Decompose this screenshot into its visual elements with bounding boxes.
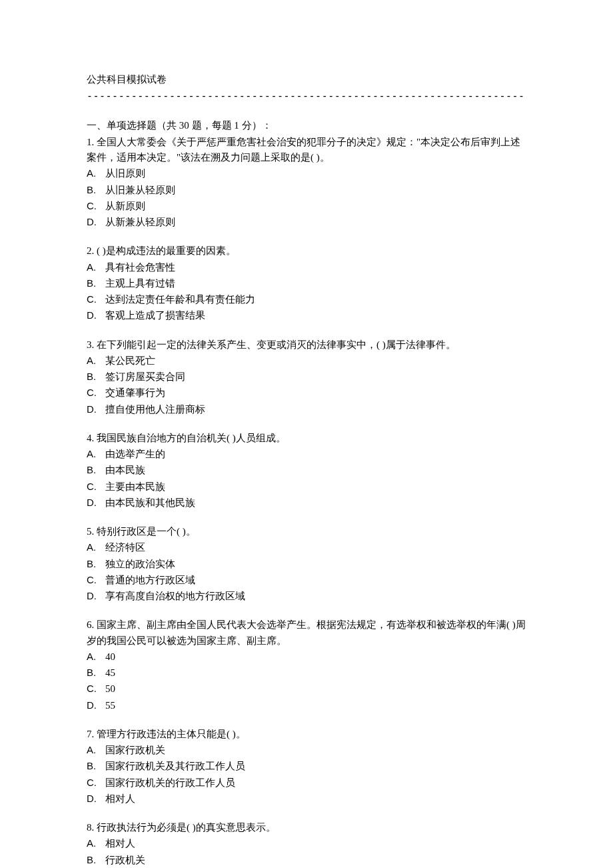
option-text: 国家行政机关的行政工作人员 (105, 777, 235, 788)
option-text: 由本民族 (105, 465, 145, 475)
question: 7. 管理方行政违法的主体只能是( )。A.国家行政机关B.国家行政机关及其行政… (87, 727, 526, 807)
option-label: A. (87, 165, 105, 181)
question-text: 3. 在下列能引起一定的法律关系产生、变更或消灭的法律事实中，( )属于法律事件… (87, 337, 526, 353)
option-label: B. (87, 852, 105, 867)
option: B.从旧兼从轻原则 (87, 182, 526, 198)
option: D.55 (87, 697, 526, 713)
option: C.国家行政机关的行政工作人员 (87, 775, 526, 791)
option-text: 40 (105, 651, 115, 662)
option: C.主要由本民族 (87, 479, 526, 495)
option-label: A. (87, 446, 105, 461)
option-text: 50 (105, 683, 115, 694)
option: D.擅自使用他人注册商标 (87, 401, 526, 417)
option-text: 45 (105, 667, 115, 678)
option-label: A. (87, 259, 105, 275)
option-label: B. (87, 369, 105, 384)
option-label: D. (87, 588, 105, 603)
option-text: 相对人 (105, 793, 135, 804)
option: C.普通的地方行政区域 (87, 572, 526, 588)
question-text: 4. 我国民族自治地方的自治机关( )人员组成。 (87, 431, 526, 446)
option-text: 由选举产生的 (105, 449, 165, 459)
option-label: B. (87, 556, 105, 571)
option-label: D. (87, 697, 105, 713)
question-text: 2. ( )是构成违法的最重要的因素。 (87, 243, 526, 259)
option-label: C. (87, 479, 105, 494)
option-text: 签订房屋买卖合同 (105, 371, 185, 382)
option-text: 享有高度自治权的地方行政区域 (105, 591, 245, 601)
option-text: 主要由本民族 (105, 481, 165, 492)
question: 6. 国家主席、副主席由全国人民代表大会选举产生。根据宪法规定，有选举权和被选举… (87, 617, 526, 713)
option-label: B. (87, 182, 105, 197)
document-title: 公共科目模拟试卷 (87, 72, 526, 87)
option-label: B. (87, 275, 105, 291)
option-text: 从旧原则 (105, 168, 145, 179)
option: B.由本民族 (87, 462, 526, 478)
section-heading: 一、单项选择题（共 30 题，每题 1 分）： (87, 118, 526, 133)
option-text: 从旧兼从轻原则 (105, 185, 175, 195)
option: A.具有社会危害性 (87, 259, 526, 275)
option: A.40 (87, 649, 526, 665)
option-text: 国家行政机关 (105, 745, 165, 755)
option: A.由选举产生的 (87, 446, 526, 462)
question-text: 8. 行政执法行为必须是( )的真实意思表示。 (87, 820, 526, 835)
option-label: A. (87, 835, 105, 851)
option-label: C. (87, 572, 105, 587)
option-text: 由本民族和其他民族 (105, 497, 195, 508)
option-label: D. (87, 401, 105, 417)
option-text: 交通肇事行为 (105, 387, 165, 398)
option-label: A. (87, 539, 105, 555)
option-text: 55 (105, 700, 115, 711)
option-label: D. (87, 791, 105, 806)
option-text: 相对人 (105, 838, 135, 849)
option-label: C. (87, 681, 105, 696)
option: B.行政机关 (87, 852, 526, 868)
header-divider: ----------------------------------------… (87, 89, 526, 104)
question-text: 5. 特别行政区是一个( )。 (87, 524, 526, 539)
question: 4. 我国民族自治地方的自治机关( )人员组成。A.由选举产生的B.由本民族C.… (87, 431, 526, 511)
option-label: B. (87, 462, 105, 477)
option: A.国家行政机关 (87, 742, 526, 758)
option-text: 具有社会危害性 (105, 262, 175, 273)
option: B.签订房屋买卖合同 (87, 369, 526, 385)
option: B.独立的政治实体 (87, 556, 526, 572)
option: C.交通肇事行为 (87, 385, 526, 401)
option-text: 客观上造成了损害结果 (105, 310, 205, 321)
question: 1. 全国人大常委会《关于严惩严重危害社会治安的犯罪分子的决定》规定："本决定公… (87, 135, 526, 231)
question: 2. ( )是构成违法的最重要的因素。A.具有社会危害性B.主观上具有过错C.达… (87, 243, 526, 323)
option-text: 普通的地方行政区域 (105, 575, 195, 585)
option: A.从旧原则 (87, 165, 526, 181)
option: A.经济特区 (87, 539, 526, 555)
question: 5. 特别行政区是一个( )。A.经济特区B.独立的政治实体C.普通的地方行政区… (87, 524, 526, 604)
option: A.某公民死亡 (87, 353, 526, 369)
option-text: 主观上具有过错 (105, 278, 175, 289)
option-label: A. (87, 649, 105, 664)
option-text: 达到法定责任年龄和具有责任能力 (105, 294, 255, 305)
question-text: 1. 全国人大常委会《关于严惩严重危害社会治安的犯罪分子的决定》规定："本决定公… (87, 135, 526, 166)
option-text: 经济特区 (105, 542, 145, 553)
option: B.国家行政机关及其行政工作人员 (87, 758, 526, 774)
option-label: D. (87, 307, 105, 323)
option-label: D. (87, 495, 105, 510)
option-text: 从新原则 (105, 201, 145, 211)
option: D.客观上造成了损害结果 (87, 307, 526, 323)
option-text: 国家行政机关及其行政工作人员 (105, 761, 245, 771)
option: C.从新原则 (87, 198, 526, 214)
option: C.达到法定责任年龄和具有责任能力 (87, 291, 526, 307)
question: 8. 行政执法行为必须是( )的真实意思表示。A.相对人B.行政机关C.双方当事… (87, 820, 526, 868)
question-text: 7. 管理方行政违法的主体只能是( )。 (87, 727, 526, 742)
option-label: C. (87, 198, 105, 213)
document-page: 公共科目模拟试卷 -------------------------------… (0, 0, 613, 868)
option-label: A. (87, 742, 105, 757)
option-text: 从新兼从轻原则 (105, 217, 175, 227)
option: C.50 (87, 681, 526, 697)
question-text: 6. 国家主席、副主席由全国人民代表大会选举产生。根据宪法规定，有选举权和被选举… (87, 617, 526, 649)
option: B.45 (87, 665, 526, 681)
option-text: 某公民死亡 (105, 355, 155, 366)
option-label: B. (87, 758, 105, 773)
option-text: 行政机关 (105, 855, 145, 865)
option-text: 擅自使用他人注册商标 (105, 404, 205, 415)
option-label: C. (87, 385, 105, 400)
option-label: C. (87, 291, 105, 307)
option: D.由本民族和其他民族 (87, 495, 526, 511)
option: D.相对人 (87, 791, 526, 807)
